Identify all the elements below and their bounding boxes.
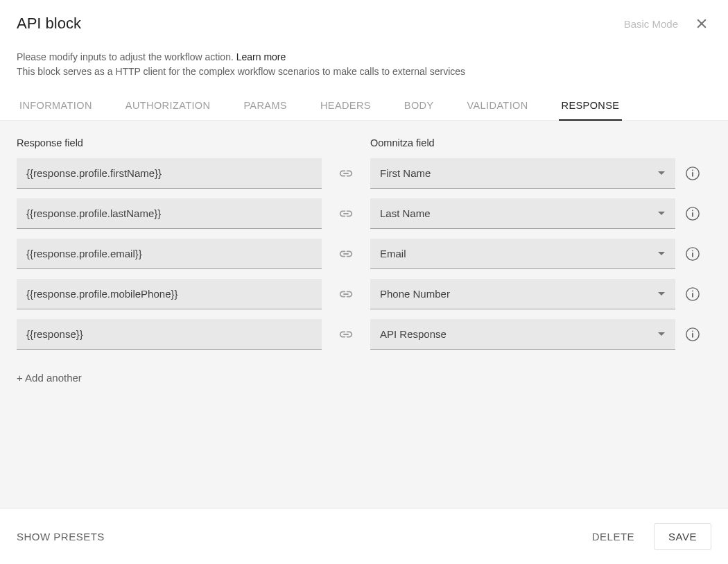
close-button[interactable] <box>692 14 711 33</box>
svg-point-16 <box>692 331 693 332</box>
oomnitza-field-select[interactable]: First Name <box>370 158 675 189</box>
description: Please modify inputs to adjust the workf… <box>17 50 711 79</box>
show-presets-button[interactable]: SHOW PRESETS <box>17 531 105 542</box>
link-icon <box>322 327 370 342</box>
column-header-oomnitza: Oomnitza field <box>370 137 675 148</box>
link-icon <box>322 246 370 262</box>
save-button[interactable]: SAVE <box>654 523 711 550</box>
oomnitza-field-select[interactable]: Email <box>370 239 675 269</box>
chevron-down-icon <box>657 328 666 340</box>
tabs: INFORMATIONAUTHORIZATIONPARAMSHEADERSBOD… <box>0 93 728 121</box>
select-value: Email <box>380 248 406 259</box>
mapping-row: Last Name <box>17 198 711 229</box>
svg-point-13 <box>692 291 693 292</box>
link-icon <box>322 287 370 302</box>
tab-body[interactable]: BODY <box>401 93 437 121</box>
oomnitza-field-select[interactable]: Last Name <box>370 198 675 229</box>
chevron-down-icon <box>657 248 666 259</box>
svg-point-10 <box>692 250 693 252</box>
chevron-down-icon <box>657 288 666 300</box>
add-another-button[interactable]: + Add another <box>17 372 82 384</box>
response-field-input[interactable] <box>17 319 322 350</box>
info-icon[interactable] <box>675 166 710 181</box>
info-icon[interactable] <box>675 206 710 221</box>
delete-button[interactable]: DELETE <box>592 531 634 542</box>
mapping-row: Phone Number <box>17 279 711 309</box>
description-line2: This block serves as a HTTP client for t… <box>17 66 465 77</box>
svg-point-7 <box>692 210 693 212</box>
page-title: API block <box>17 15 81 33</box>
info-icon[interactable] <box>675 327 710 342</box>
response-field-input[interactable] <box>17 198 322 229</box>
tab-validation[interactable]: VALIDATION <box>465 93 531 121</box>
tab-headers[interactable]: HEADERS <box>318 93 374 121</box>
select-value: Last Name <box>380 207 431 219</box>
column-header-response: Response field <box>17 137 322 148</box>
mapping-row: First Name <box>17 158 711 189</box>
info-icon[interactable] <box>675 246 710 262</box>
learn-more-link[interactable]: Learn more <box>236 51 286 62</box>
oomnitza-field-select[interactable]: API Response <box>370 319 675 350</box>
info-icon[interactable] <box>675 287 710 302</box>
tab-authorization[interactable]: AUTHORIZATION <box>123 93 214 121</box>
chevron-down-icon <box>657 207 666 219</box>
chevron-down-icon <box>657 167 666 179</box>
close-icon <box>695 17 709 31</box>
mapping-row: Email <box>17 239 711 269</box>
response-field-input[interactable] <box>17 239 322 269</box>
description-prefix: Please modify inputs to adjust the workf… <box>17 51 236 62</box>
response-content: Response field Oomnitza field First Name… <box>0 121 728 509</box>
select-value: First Name <box>380 167 431 179</box>
tab-response[interactable]: RESPONSE <box>559 93 623 121</box>
link-icon <box>322 206 370 221</box>
mapping-row: API Response <box>17 319 711 350</box>
select-value: Phone Number <box>380 288 450 300</box>
link-icon <box>322 166 370 181</box>
tab-params[interactable]: PARAMS <box>241 93 290 121</box>
response-field-input[interactable] <box>17 279 322 309</box>
oomnitza-field-select[interactable]: Phone Number <box>370 279 675 309</box>
response-field-input[interactable] <box>17 158 322 189</box>
basic-mode-toggle[interactable]: Basic Mode <box>624 18 678 30</box>
svg-point-4 <box>692 170 693 171</box>
select-value: API Response <box>380 328 447 340</box>
tab-information[interactable]: INFORMATION <box>17 93 95 121</box>
